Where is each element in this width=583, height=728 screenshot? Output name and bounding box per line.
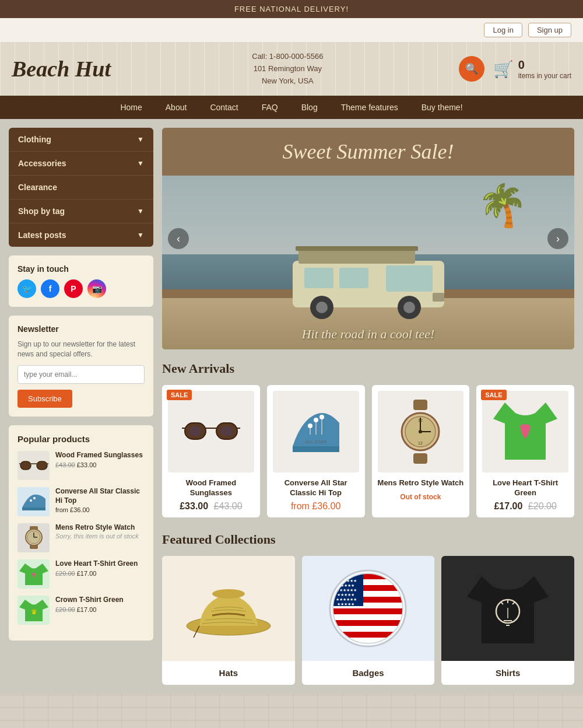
svg-point-5 [30,499,32,502]
slider-prev-button[interactable]: ‹ [168,228,189,249]
svg-rect-0 [20,461,31,470]
chevron-down-icon: ▼ [137,231,144,239]
svg-text:ALL STAR: ALL STAR [305,439,326,444]
nav-about[interactable]: About [154,96,199,119]
popular-products-box: Popular products Wood Framed Sunglasses … [9,425,153,640]
top-banner: FREE NATIONAL DELIVERY! [0,0,583,18]
login-button[interactable]: Log in [484,23,522,37]
logo[interactable]: Beach Hut [12,56,117,82]
svg-rect-63 [333,626,403,632]
svg-rect-1 [37,461,47,470]
list-item[interactable]: Love Heart T-Shirt Green £20.00 £17.00 [17,559,145,589]
product-card-image: ALL STAR [273,391,359,473]
svg-text:12: 12 [418,441,423,445]
svg-point-33 [314,418,318,422]
search-button[interactable]: 🔍 [459,56,484,82]
new-arrivals-title: New Arrivals [162,361,574,376]
svg-rect-61 [333,614,403,620]
new-arrivals-grid: SALE Wood Framed Sunglasses [162,385,574,517]
svg-rect-19 [339,268,368,288]
nav-theme-features[interactable]: Theme features [329,96,410,119]
list-item[interactable]: Mens Retro Style Watch Sorry, this item … [17,523,145,552]
nav-home[interactable]: Home [108,96,153,119]
product-thumbnail: ♛ [17,596,50,625]
svg-rect-39 [413,400,427,410]
sidebar-item-latest-posts[interactable]: Latest posts ▼ [9,223,153,247]
nav-buy-theme[interactable]: Buy theme! [410,96,475,119]
nav-faq[interactable]: FAQ [250,96,290,119]
signup-button[interactable]: Sign up [528,23,571,37]
sale-badge: SALE [481,390,506,400]
svg-text:★★★★★★: ★★★★★★ [336,597,357,601]
collections-grid: Hats [162,556,574,685]
product-thumbnail [17,451,50,480]
product-card-price: £33.00 £43.00 [168,501,254,512]
collection-name: Hats [162,661,295,685]
product-card-name: Wood Framed Sunglasses [168,478,254,498]
svg-point-34 [319,415,324,419]
product-card[interactable]: 12 12 Mens Retro Style Watch Out of stoc… [372,385,470,517]
new-arrivals-section: New Arrivals SALE [162,361,574,517]
product-card-out-of-stock: Out of stock [378,491,464,502]
contact-line2: 101 Remington Way [128,63,447,75]
product-card-price: £17.00 £20.00 [482,501,568,512]
svg-text:★★★★★: ★★★★★ [337,602,354,606]
nav-blog[interactable]: Blog [290,96,329,119]
collection-card[interactable]: ★★★★★★ ★★★★★ ★★★★★★ ★★★★★ ★★★★★★ ★★★★★ B… [302,556,435,685]
product-details: Wood Framed Sunglasses £43.00 £33.00 [55,451,143,468]
svg-text:♛: ♛ [30,608,37,616]
svg-point-6 [33,497,36,499]
list-item[interactable]: ♛ Crown T-Shirt Green £20.00 £17.00 [17,596,145,625]
instagram-icon[interactable]: 📷 [87,279,106,298]
facebook-icon[interactable]: f [41,279,59,298]
newsletter-box: Newsletter Sign up to our newsletter for… [9,316,153,416]
product-thumbnail [17,523,50,552]
cart-icon: 🛒 [493,60,514,79]
newsletter-email-input[interactable] [17,365,145,384]
main-content: Sweet Summer Sale! 🌴 [162,128,574,685]
product-card[interactable]: SALE Love Heart T-Shirt Green £17.00 £20… [476,385,574,517]
slider-image: 🌴 [162,176,574,349]
cart-count: 0 [518,58,525,71]
product-card-name: Converse All Star Classic Hi Top [273,478,359,498]
cart-label: items in your cart [518,72,571,80]
list-item[interactable]: Converse All Star Classic Hi Top from £3… [17,487,145,516]
svg-rect-17 [386,265,433,292]
subscribe-button[interactable]: Subscribe [17,390,72,408]
palm-icon: 🌴 [477,181,528,229]
svg-point-21 [316,302,328,313]
nav-contact[interactable]: Contact [198,96,250,119]
sidebar-menu: Clothing ▼ Accessories ▼ Clearance Shop … [9,128,153,247]
sidebar: Clothing ▼ Accessories ▼ Clearance Shop … [9,128,153,685]
list-item[interactable]: Wood Framed Sunglasses £43.00 £33.00 [17,451,145,480]
product-card-image [168,391,254,473]
collection-image: ★★★★★★ ★★★★★ ★★★★★★ ★★★★★ ★★★★★★ ★★★★★ [302,556,435,661]
slider-caption: Hit the road in a cool tee! [162,327,574,342]
collection-card[interactable]: Hats [162,556,295,685]
cart-info: 0 items in your cart [518,58,571,80]
main-layout: Clothing ▼ Accessories ▼ Clearance Shop … [0,119,583,694]
twitter-icon[interactable]: 🐦 [17,279,36,298]
collection-card[interactable]: Shirts [441,556,574,685]
banner-text: FREE NATIONAL DELIVERY! [234,5,349,13]
sidebar-item-shop-by-tag[interactable]: Shop by tag ▼ [9,200,153,223]
collection-image [441,556,574,661]
product-card[interactable]: ALL STAR Converse All Star Classic Hi To… [267,385,365,517]
sidebar-item-clearance[interactable]: Clearance [9,176,153,200]
svg-point-50 [212,589,245,598]
svg-rect-62 [333,620,403,626]
cart-area[interactable]: 🛒 0 items in your cart [493,58,571,80]
contact-line1: Call: 1-800-000-5566 [128,51,447,63]
header-right: 🔍 🛒 0 items in your cart [459,56,571,82]
collection-name: Shirts [441,661,574,685]
popular-products-title: Popular products [17,434,145,444]
product-thumbnail [17,487,50,516]
sidebar-item-clothing[interactable]: Clothing ▼ [9,128,153,152]
pinterest-icon[interactable]: P [64,279,83,298]
header: Beach Hut Call: 1-800-000-5566 101 Remin… [0,42,583,96]
svg-rect-24 [433,293,444,302]
product-card[interactable]: SALE Wood Framed Sunglasses [162,385,260,517]
sidebar-item-accessories[interactable]: Accessories ▼ [9,152,153,176]
product-details: Converse All Star Classic Hi Top from £3… [55,487,145,513]
slider-next-button[interactable]: › [547,228,568,249]
